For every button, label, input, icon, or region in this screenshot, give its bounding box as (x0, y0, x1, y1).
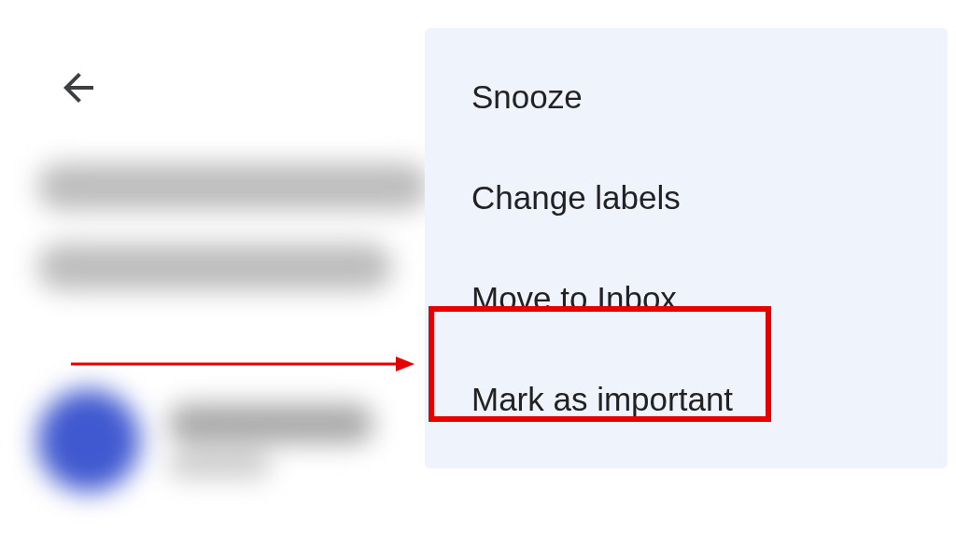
back-arrow-icon (56, 65, 101, 110)
sender-avatar-blurred (37, 389, 140, 492)
menu-item-move-to-inbox[interactable]: Move to Inbox (425, 248, 948, 349)
menu-item-snooze[interactable]: Snooze (425, 47, 948, 147)
svg-marker-1 (396, 357, 415, 371)
annotation-arrow-icon (71, 353, 416, 375)
menu-item-change-labels[interactable]: Change labels (425, 147, 948, 248)
back-button[interactable] (56, 65, 101, 110)
overflow-menu: Snooze Change labels Move to Inbox Mark … (425, 28, 948, 469)
menu-item-mark-as-important[interactable]: Mark as important (425, 349, 948, 450)
